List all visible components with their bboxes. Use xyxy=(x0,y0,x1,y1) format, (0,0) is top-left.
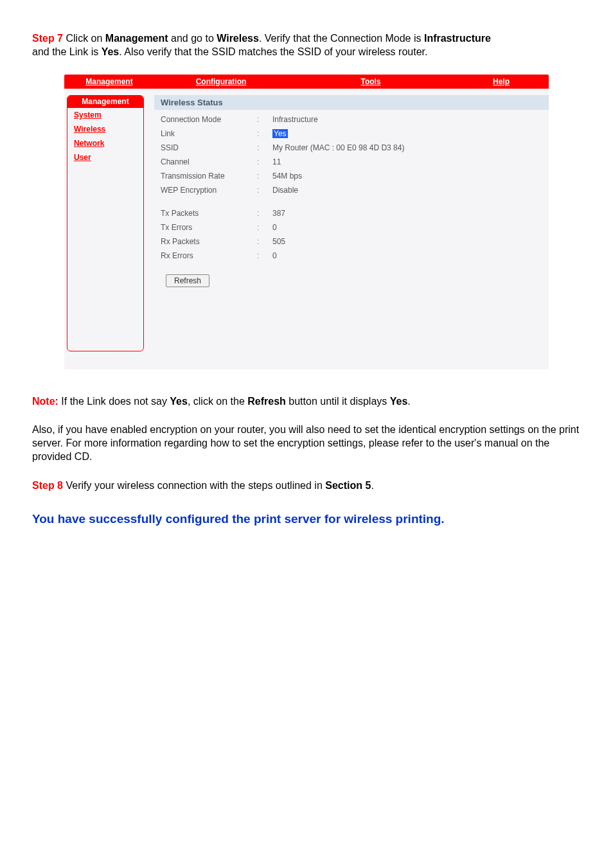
row-rx-errors: Rx Errors : 0 xyxy=(161,249,549,263)
main-panel: Wireless Status Connection Mode : Infras… xyxy=(154,95,549,287)
link-highlight: Yes xyxy=(272,129,288,138)
label-tx-errors: Tx Errors xyxy=(161,223,257,232)
sidebar: Management System Wireless Network User xyxy=(67,95,144,351)
success-message: You have successfully configured the pri… xyxy=(32,512,581,526)
sidebar-item-wireless[interactable]: Wireless xyxy=(67,122,143,136)
top-navigation: Management Configuration Tools Help xyxy=(64,75,549,89)
status-table: Connection Mode : Infrastructure Link : … xyxy=(154,110,549,287)
colon: : xyxy=(257,186,272,195)
sidebar-item-network[interactable]: Network xyxy=(67,136,143,150)
value-rx-packets: 505 xyxy=(272,237,285,246)
label-rx-packets: Rx Packets xyxy=(161,237,257,246)
row-transmission-rate: Transmission Rate : 54M bps xyxy=(161,169,549,183)
step7-label: Step 7 xyxy=(32,33,63,44)
row-rx-packets: Rx Packets : 505 xyxy=(161,235,549,249)
step7-paragraph: Step 7 Click on Management and go to Wir… xyxy=(32,32,581,59)
topnav-help[interactable]: Help xyxy=(454,77,549,86)
router-admin-screenshot: Management Configuration Tools Help Mana… xyxy=(64,75,549,369)
label-ssid: SSID xyxy=(161,143,257,152)
row-link: Link : Yes xyxy=(161,127,549,141)
label-transmission-rate: Transmission Rate xyxy=(161,172,257,181)
document-body: Step 7 Click on Management and go to Wir… xyxy=(0,0,613,526)
sidebar-item-system[interactable]: System xyxy=(67,108,143,122)
topnav-management[interactable]: Management xyxy=(64,77,154,86)
colon: : xyxy=(257,223,272,232)
note-paragraph: Note: If the Link does not say Yes, clic… xyxy=(32,395,581,409)
label-channel: Channel xyxy=(161,157,257,166)
row-connection-mode: Connection Mode : Infrastructure xyxy=(161,112,549,127)
label-wep-encryption: WEP Encryption xyxy=(161,186,257,195)
colon: : xyxy=(257,115,272,124)
label-link: Link xyxy=(161,129,257,138)
sidebar-item-user[interactable]: User xyxy=(67,150,143,164)
row-tx-errors: Tx Errors : 0 xyxy=(161,220,549,235)
label-tx-packets: Tx Packets xyxy=(161,209,257,218)
colon: : xyxy=(257,251,272,260)
also-paragraph: Also, if you have enabled encryption on … xyxy=(32,423,581,463)
value-channel: 11 xyxy=(272,157,281,166)
value-tx-packets: 387 xyxy=(272,209,285,218)
wireless-status-header: Wireless Status xyxy=(154,95,549,110)
colon: : xyxy=(257,209,272,218)
colon: : xyxy=(257,157,272,166)
value-rx-errors: 0 xyxy=(272,251,277,260)
row-ssid: SSID : My Router (MAC : 00 E0 98 4D D3 8… xyxy=(161,141,549,155)
value-link: Yes xyxy=(272,129,288,138)
colon: : xyxy=(257,172,272,181)
step8-label: Step 8 xyxy=(32,480,63,491)
label-rx-errors: Rx Errors xyxy=(161,251,257,260)
colon: : xyxy=(257,143,272,152)
value-tx-errors: 0 xyxy=(272,223,277,232)
note-label: Note: xyxy=(32,396,58,407)
value-ssid: My Router (MAC : 00 E0 98 4D D3 84) xyxy=(272,143,404,152)
topnav-configuration[interactable]: Configuration xyxy=(154,77,288,86)
value-wep-encryption: Disable xyxy=(272,186,298,195)
row-wep-encryption: WEP Encryption : Disable xyxy=(161,183,549,197)
sidebar-header: Management xyxy=(67,96,143,108)
colon: : xyxy=(257,129,272,138)
step8-paragraph: Step 8 Verify your wireless connection w… xyxy=(32,479,581,493)
row-channel: Channel : 11 xyxy=(161,155,549,169)
refresh-button[interactable]: Refresh xyxy=(166,274,209,287)
topnav-tools[interactable]: Tools xyxy=(288,77,454,86)
value-connection-mode: Infrastructure xyxy=(272,115,318,124)
value-transmission-rate: 54M bps xyxy=(272,172,302,181)
content-area: Management System Wireless Network User … xyxy=(64,89,549,369)
label-connection-mode: Connection Mode xyxy=(161,115,257,124)
colon: : xyxy=(257,237,272,246)
row-tx-packets: Tx Packets : 387 xyxy=(161,206,549,220)
